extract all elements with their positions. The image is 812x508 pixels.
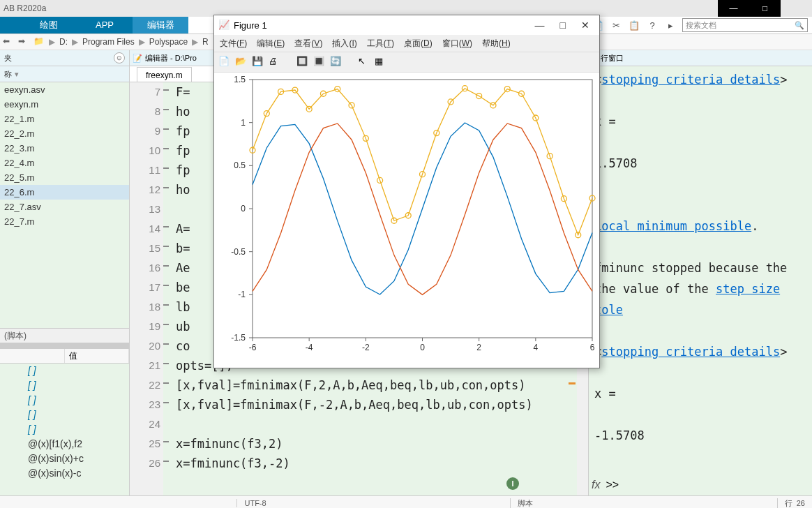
search-input[interactable]: 搜索文档 🔍: [682, 18, 808, 32]
figure-toolbar[interactable]: 📄 📂 💾 🖨 🔲 🔳 🔄 ↖ ▦: [214, 52, 599, 73]
status-bar: UTF-8 脚本 行 26: [0, 495, 812, 508]
current-folder-header: 夹 ⊙: [0, 50, 129, 66]
file-item[interactable]: eexyn.asv: [0, 82, 129, 97]
svg-text:-4: -4: [306, 343, 313, 352]
svg-text:6: 6: [590, 343, 595, 352]
command-window: 令行窗口 <stopping criteria details> x = 1.5…: [589, 50, 812, 495]
figure-menu-item[interactable]: 插入(I): [332, 38, 356, 50]
tab-plot[interactable]: 绘图: [21, 17, 77, 33]
open-icon[interactable]: 📂: [235, 56, 248, 68]
workspace-body[interactable]: [ ][ ][ ][ ][ ]@(x)[f1(x),f2@(x)sin(x)+c…: [0, 364, 129, 495]
cut-icon[interactable]: ✂: [610, 19, 622, 31]
figure-menu-item[interactable]: 查看(V): [294, 38, 322, 50]
svg-text:-1: -1: [238, 290, 246, 299]
svg-text:4: 4: [533, 343, 538, 352]
figure-icon: 📈: [218, 20, 230, 31]
figure-window[interactable]: 📈 Figure 1 — □ ✕ 文件(F)编辑(E)查看(V)插入(I)工具(…: [213, 15, 600, 368]
figure-axes[interactable]: -6-4-20246-1.5-1-0.500.511.5: [214, 73, 599, 368]
pointer-icon[interactable]: ↖: [358, 56, 370, 68]
svg-text:1.5: 1.5: [234, 75, 246, 84]
tab-home-hidden[interactable]: [0, 17, 21, 33]
link-stopping-criteria-1[interactable]: stopping criteria details: [601, 73, 780, 87]
svg-text:0: 0: [420, 343, 425, 352]
datatip-icon[interactable]: ▦: [375, 56, 387, 68]
figure-titlebar[interactable]: 📈 Figure 1 — □ ✕: [214, 15, 599, 35]
name-column-header: 称▾: [0, 66, 129, 82]
file-list[interactable]: eexyn.asveexyn.m22_1.m22_2.m22_3.m22_4.m…: [0, 82, 129, 328]
fx-icon[interactable]: fx: [592, 479, 600, 491]
file-item[interactable]: 22_4.m: [0, 156, 129, 170]
link-stopping-criteria-2[interactable]: stopping criteria details: [601, 345, 780, 359]
svg-text:-0.5: -0.5: [231, 247, 246, 257]
file-item[interactable]: 22_3.m: [0, 141, 129, 156]
rotate-icon[interactable]: 🔄: [330, 56, 343, 68]
fig-close-button[interactable]: ✕: [581, 20, 589, 31]
save-icon[interactable]: 💾: [252, 56, 264, 68]
status-encoding: UTF-8: [236, 499, 273, 507]
link-local-minimum[interactable]: Local minimum possible: [594, 219, 751, 233]
file-item[interactable]: 22_7.asv: [0, 200, 129, 214]
editor-doc-icon: 📝: [133, 54, 142, 63]
app-title: AB R2020a: [3, 3, 46, 13]
file-item[interactable]: 22_5.m: [0, 170, 129, 185]
file-item[interactable]: 22_1.m: [0, 112, 129, 126]
svg-text:-1.5: -1.5: [231, 333, 246, 343]
tab-editor[interactable]: 编辑器: [133, 17, 188, 33]
figure-menu-item[interactable]: 帮助(H): [482, 38, 511, 50]
figure-title: Figure 1: [234, 20, 267, 31]
copy-icon[interactable]: 📋: [628, 19, 640, 31]
panel-collapse-icon[interactable]: ⊙: [114, 52, 125, 64]
cursor-indicator: I: [506, 477, 519, 490]
search-placeholder: 搜索文档: [686, 20, 716, 31]
svg-text:2: 2: [476, 343, 481, 352]
search-icon[interactable]: 🔍: [795, 21, 804, 30]
figure-menu-item[interactable]: 工具(T): [367, 38, 394, 50]
file-item[interactable]: 22_6.m: [0, 185, 129, 200]
command-output[interactable]: <stopping criteria details> x = 1.5708 L…: [589, 66, 812, 475]
path-3[interactable]: R: [202, 37, 209, 47]
minimize-button[interactable]: —: [718, 0, 749, 17]
value-col: 值: [65, 349, 130, 363]
left-pane: 夹 ⊙ 称▾ eexyn.asveexyn.m22_1.m22_2.m22_3.…: [0, 50, 130, 495]
fig-maximize-button[interactable]: □: [560, 20, 566, 31]
workspace-panel: 值 [ ][ ][ ][ ][ ]@(x)[f1(x),f2@(x)sin(x)…: [0, 349, 129, 495]
figure-menu-item[interactable]: 窗口(W): [442, 38, 472, 50]
window-controls: — □: [718, 0, 812, 17]
maximize-button[interactable]: □: [749, 0, 781, 17]
folder-icon[interactable]: 📁: [33, 36, 45, 47]
command-window-header: 令行窗口: [589, 50, 812, 66]
svg-text:0: 0: [241, 204, 246, 214]
path-1[interactable]: Program Files: [82, 37, 135, 47]
editor-title: 编辑器 - D:\Pro: [145, 53, 197, 64]
figure-menu-item[interactable]: 文件(F): [220, 38, 247, 50]
new-fig-icon[interactable]: 📄: [218, 56, 231, 68]
svg-text:-6: -6: [249, 343, 257, 352]
editor-tab-current[interactable]: freexyn.m: [137, 67, 192, 82]
pan-icon[interactable]: 🔳: [313, 56, 326, 68]
figure-menu-item[interactable]: 编辑(E): [257, 38, 285, 50]
svg-text:1: 1: [241, 118, 246, 128]
file-item[interactable]: 22_2.m: [0, 126, 129, 141]
fwd-icon[interactable]: ➡: [18, 36, 29, 47]
status-script: 脚本: [510, 498, 540, 509]
print-icon[interactable]: 🖨: [269, 56, 281, 68]
zoom-icon[interactable]: 🔲: [296, 56, 309, 68]
command-prompt[interactable]: fx >>: [589, 475, 812, 495]
svg-text:0.5: 0.5: [234, 160, 246, 170]
svg-text:-2: -2: [362, 343, 370, 352]
drive[interactable]: D:: [59, 37, 68, 47]
run-icon[interactable]: ▸: [664, 19, 677, 31]
figure-menubar[interactable]: 文件(F)编辑(E)查看(V)插入(I)工具(T)桌面(D)窗口(W)帮助(H): [214, 35, 599, 52]
figure-menu-item[interactable]: 桌面(D): [404, 38, 433, 50]
path-2[interactable]: Polyspace: [149, 37, 188, 47]
close-button[interactable]: [781, 0, 812, 17]
fig-minimize-button[interactable]: —: [535, 20, 545, 31]
file-item[interactable]: eexyn.m: [0, 97, 129, 112]
help-icon[interactable]: ?: [646, 19, 659, 31]
tab-app[interactable]: APP: [77, 17, 133, 33]
file-item[interactable]: 22_7.m: [0, 214, 129, 229]
back-icon[interactable]: ⬅: [3, 36, 14, 47]
details-label: (脚本): [0, 328, 129, 343]
